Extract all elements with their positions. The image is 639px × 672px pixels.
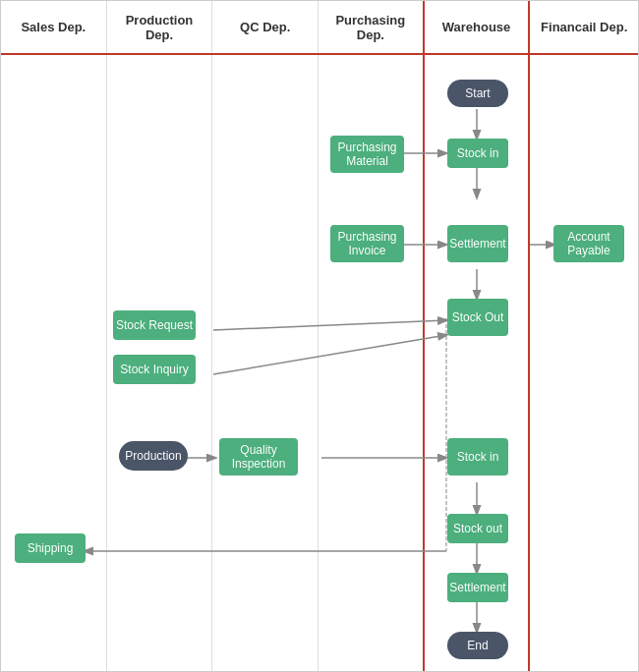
node-end: End: [447, 632, 508, 659]
header-financial: Financail Dep.: [530, 1, 638, 53]
node-stock-in-1: Stock in: [447, 139, 508, 168]
header-qc: QC Dep.: [212, 1, 319, 53]
lane-sales: [1, 55, 107, 672]
lane-financial: [530, 55, 638, 672]
node-account-payable: Account Payable: [553, 225, 624, 262]
content-area: Start Stock in Purchasing Material Purch…: [1, 55, 638, 672]
node-production: Production: [119, 441, 188, 471]
node-settlement-2: Settlement: [447, 573, 508, 602]
lane-qc: [212, 55, 319, 672]
header-sales: Sales Dep.: [1, 1, 107, 53]
node-purchasing-material: Purchasing Material: [330, 136, 404, 173]
node-stock-inquiry: Stock Inquiry: [113, 355, 196, 384]
node-stock-out-1: Stock Out: [447, 299, 508, 336]
header-purchasing: Purchasing Dep.: [319, 1, 425, 53]
diagram-container: Sales Dep. Production Dep. QC Dep. Purch…: [0, 0, 639, 672]
node-purchasing-invoice: Purchasing Invoice: [330, 225, 404, 262]
node-shipping: Shipping: [15, 533, 86, 563]
node-start: Start: [447, 80, 508, 107]
header-row: Sales Dep. Production Dep. QC Dep. Purch…: [1, 1, 638, 55]
node-stock-out-2: Stock out: [447, 514, 508, 543]
header-warehouse: Warehouse: [425, 1, 531, 53]
header-production: Production Dep.: [107, 1, 213, 53]
node-stock-request: Stock Request: [113, 310, 196, 340]
node-stock-in-2: Stock in: [447, 438, 508, 476]
node-settlement-1: Settlement: [447, 225, 508, 262]
node-quality-inspection: Quality Inspection: [219, 438, 298, 476]
